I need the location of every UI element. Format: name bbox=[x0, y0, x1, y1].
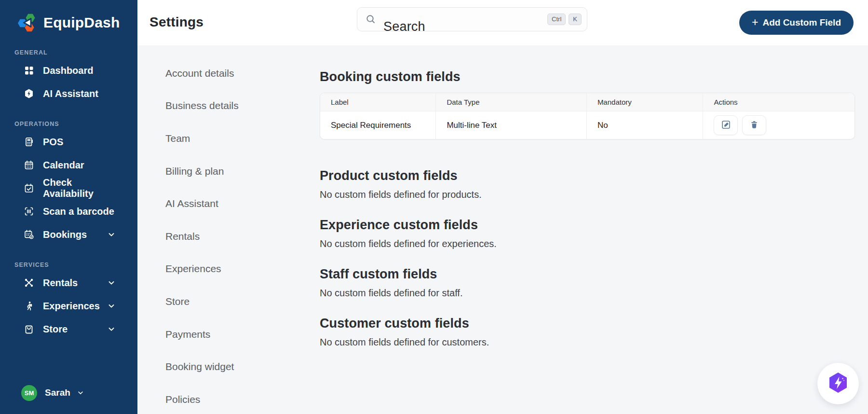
chevron-down-icon bbox=[108, 325, 115, 333]
settings-nav: Account details Business details Team Bi… bbox=[165, 45, 239, 414]
user-menu[interactable]: SM Sarah bbox=[0, 379, 137, 406]
sidebar-item-store[interactable]: Store bbox=[0, 317, 137, 341]
settings-nav-account-details[interactable]: Account details bbox=[165, 57, 239, 90]
staff-empty-text: No custom fields defined for staff. bbox=[320, 287, 854, 299]
settings-nav-billing-plan[interactable]: Billing & plan bbox=[165, 155, 239, 188]
settings-content: Account details Business details Team Bi… bbox=[137, 45, 868, 414]
sidebar-section-services: SERVICES bbox=[14, 262, 137, 268]
settings-nav-booking-widget[interactable]: Booking widget bbox=[165, 350, 239, 383]
sidebar-item-label: Scan a barcode bbox=[43, 206, 114, 217]
chevron-down-icon bbox=[108, 302, 115, 310]
edit-button[interactable] bbox=[714, 115, 738, 135]
sidebar-item-rentals[interactable]: Rentals bbox=[0, 271, 137, 294]
cell-data-type: Multi-line Text bbox=[436, 111, 586, 139]
settings-nav-experiences[interactable]: Experiences bbox=[165, 253, 239, 286]
settings-nav-team[interactable]: Team bbox=[165, 122, 239, 155]
product-custom-fields-section: Product custom fields No custom fields d… bbox=[320, 167, 854, 200]
plus-icon: + bbox=[752, 17, 758, 28]
sidebar-item-dashboard[interactable]: Dashboard bbox=[0, 59, 137, 82]
hiker-icon bbox=[23, 301, 34, 312]
staff-custom-fields-section: Staff custom fields No custom fields def… bbox=[320, 265, 854, 299]
table-header-row: Label Data Type Mandatory Actions bbox=[320, 93, 854, 111]
sidebar: EquipDash GENERAL Dashboard AI Assistant bbox=[0, 0, 137, 414]
sidebar-item-label: Calendar bbox=[43, 160, 84, 171]
sidebar-item-label: Dashboard bbox=[43, 65, 93, 76]
sidebar-item-label: Check Availability bbox=[43, 177, 115, 199]
settings-nav-rentals[interactable]: Rentals bbox=[165, 220, 239, 253]
search-placeholder: Search bbox=[383, 19, 425, 31]
sidebar-item-label: Store bbox=[43, 324, 68, 335]
sidebar-item-scan-barcode[interactable]: Scan a barcode bbox=[0, 200, 137, 223]
settings-nav-payments[interactable]: Payments bbox=[165, 318, 239, 351]
crossed-paddles-icon bbox=[23, 277, 34, 289]
sidebar-item-label: Experiences bbox=[43, 301, 100, 312]
settings-nav-policies[interactable]: Policies bbox=[165, 383, 239, 414]
search-input[interactable]: Search Ctrl K bbox=[357, 7, 587, 31]
app-name: EquipDash bbox=[43, 14, 120, 31]
equipdash-settings-page: EquipDash GENERAL Dashboard AI Assistant bbox=[0, 0, 868, 414]
top-header: Settings Search Ctrl K + Add Custom Fiel… bbox=[137, 0, 868, 45]
edit-pencil-icon bbox=[721, 120, 731, 131]
chevron-down-icon bbox=[108, 231, 115, 238]
sidebar-item-calendar[interactable]: Calendar bbox=[0, 153, 137, 177]
chevron-down-icon bbox=[77, 389, 84, 396]
kbd-k: K bbox=[569, 14, 582, 25]
sidebar-item-experiences[interactable]: Experiences bbox=[0, 294, 137, 317]
app-logo[interactable]: EquipDash bbox=[0, 0, 137, 34]
settings-nav-store[interactable]: Store bbox=[165, 285, 239, 318]
bolt-hexagon-icon bbox=[827, 371, 850, 396]
experience-custom-fields-heading: Experience custom fields bbox=[320, 216, 854, 234]
sidebar-section-general: GENERAL bbox=[14, 49, 137, 56]
kbd-ctrl: Ctrl bbox=[547, 14, 566, 25]
booking-custom-fields-table: Label Data Type Mandatory Actions Specia… bbox=[320, 93, 855, 139]
cell-label: Special Requirements bbox=[320, 111, 436, 139]
search-icon bbox=[365, 14, 377, 27]
add-custom-field-label: Add Custom Field bbox=[762, 17, 841, 28]
equipdash-logo-icon bbox=[16, 12, 39, 34]
sidebar-item-label: Rentals bbox=[43, 277, 78, 289]
product-custom-fields-heading: Product custom fields bbox=[320, 167, 854, 184]
pos-terminal-icon bbox=[23, 137, 34, 148]
sidebar-item-label: Bookings bbox=[43, 229, 87, 240]
column-header-mandatory: Mandatory bbox=[587, 93, 704, 111]
column-header-label: Label bbox=[320, 93, 436, 111]
delete-button[interactable] bbox=[742, 115, 766, 135]
sidebar-item-label: POS bbox=[43, 137, 63, 148]
settings-nav-business-details[interactable]: Business details bbox=[165, 90, 239, 123]
cell-mandatory: No bbox=[587, 111, 704, 139]
customer-custom-fields-section: Customer custom fields No custom fields … bbox=[320, 315, 854, 348]
sidebar-item-label: AI Assistant bbox=[43, 88, 98, 99]
shopping-bag-icon bbox=[23, 324, 34, 335]
calendar-icon bbox=[23, 160, 34, 171]
sidebar-section-operations: OPERATIONS bbox=[14, 121, 137, 127]
sidebar-item-ai-assistant[interactable]: AI Assistant bbox=[0, 82, 137, 105]
avatar: SM bbox=[21, 385, 37, 401]
customer-custom-fields-heading: Customer custom fields bbox=[320, 315, 854, 332]
chevron-down-icon bbox=[108, 279, 115, 287]
sidebar-item-pos[interactable]: POS bbox=[0, 130, 137, 153]
ai-hexagon-bolt-icon bbox=[23, 88, 34, 99]
table-row: Special Requirements Multi-line Text No bbox=[320, 111, 854, 139]
column-header-actions: Actions bbox=[703, 93, 854, 111]
cell-actions bbox=[703, 111, 854, 139]
experience-empty-text: No custom fields defined for experiences… bbox=[320, 238, 854, 249]
product-empty-text: No custom fields defined for products. bbox=[320, 189, 854, 200]
sidebar-item-check-availability[interactable]: Check Availability bbox=[0, 177, 137, 200]
grid-icon bbox=[23, 65, 34, 76]
search-shortcut: Ctrl K bbox=[547, 14, 582, 25]
customer-empty-text: No custom fields defined for customers. bbox=[320, 336, 854, 348]
user-name: Sarah bbox=[45, 387, 70, 398]
sidebar-item-bookings[interactable]: Bookings bbox=[0, 223, 137, 246]
calendar-badge-check-icon bbox=[23, 229, 34, 240]
ai-assistant-fab[interactable] bbox=[817, 363, 859, 404]
experience-custom-fields-section: Experience custom fields No custom field… bbox=[320, 216, 854, 249]
barcode-scan-icon bbox=[23, 206, 34, 217]
calendar-check-icon bbox=[23, 183, 34, 194]
booking-custom-fields-heading: Booking custom fields bbox=[320, 68, 854, 85]
add-custom-field-button[interactable]: + Add Custom Field bbox=[739, 11, 854, 35]
page-title: Settings bbox=[149, 14, 203, 30]
custom-fields-panel: Booking custom fields Label Data Type Ma… bbox=[320, 45, 854, 348]
column-header-data-type: Data Type bbox=[436, 93, 586, 111]
settings-nav-ai-assistant[interactable]: AI Assistant bbox=[165, 187, 239, 220]
staff-custom-fields-heading: Staff custom fields bbox=[320, 265, 854, 283]
